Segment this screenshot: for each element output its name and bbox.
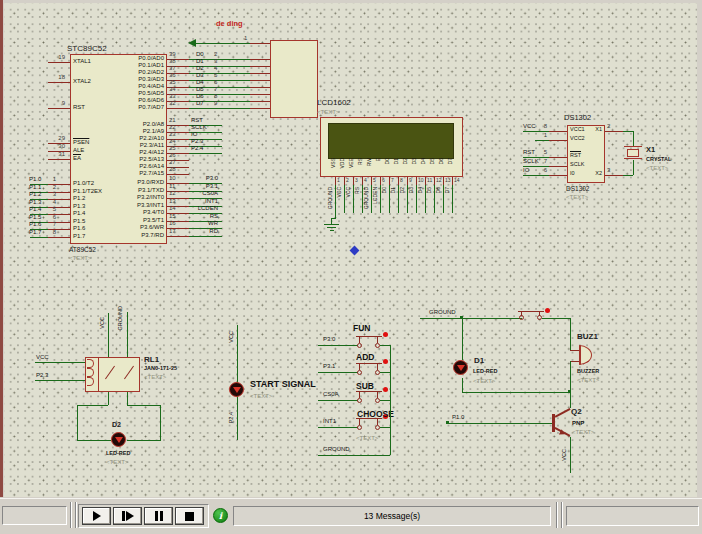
- net-wire[interactable]: [318, 455, 390, 456]
- info-icon[interactable]: i: [213, 508, 228, 523]
- net-wire[interactable]: [318, 345, 358, 346]
- crystal-plate[interactable]: [624, 158, 642, 159]
- lcd-pin-stub[interactable]: [416, 177, 417, 185]
- lcd-pin-stub[interactable]: [434, 177, 435, 185]
- net-wire[interactable]: [127, 392, 128, 405]
- net-wire[interactable]: [35, 362, 85, 363]
- net-wire[interactable]: [380, 400, 390, 401]
- lcd-pin-stub[interactable]: [380, 177, 381, 185]
- ds1302-pin-stub[interactable]: [549, 175, 567, 176]
- connector-pin-stub[interactable]: [250, 101, 270, 102]
- buzzer-pin-stub[interactable]: [570, 350, 579, 351]
- net-wire[interactable]: [35, 380, 85, 381]
- mcu-pin-stub[interactable]: [48, 108, 70, 109]
- net-wire[interactable]: [77, 405, 108, 406]
- connector-pin-stub[interactable]: [250, 66, 270, 67]
- net-wire[interactable]: [30, 237, 48, 238]
- led-start-signal[interactable]: [229, 382, 244, 397]
- net-wire[interactable]: [318, 427, 358, 428]
- ds1302-pin-stub[interactable]: [605, 175, 623, 176]
- net-wire[interactable]: [570, 361, 571, 408]
- connector-body[interactable]: [270, 40, 318, 118]
- net-wire[interactable]: [196, 43, 250, 44]
- lcd-pin-stub[interactable]: [371, 177, 372, 185]
- net-wire[interactable]: [633, 131, 634, 147]
- net-wire[interactable]: [623, 131, 633, 132]
- lcd-pin-stub[interactable]: [344, 177, 345, 185]
- net-wire[interactable]: [452, 185, 453, 213]
- net-wire[interactable]: [623, 175, 633, 176]
- net-wire[interactable]: [77, 440, 111, 441]
- ground-symbol[interactable]: [324, 224, 339, 225]
- ground-symbol[interactable]: [327, 227, 336, 228]
- button-terminal[interactable]: [357, 370, 362, 375]
- connector-pin-stub[interactable]: [250, 43, 270, 44]
- message-panel[interactable]: 13 Message(s): [233, 506, 551, 526]
- net-wire[interactable]: [127, 405, 160, 406]
- net-wire[interactable]: [380, 345, 390, 346]
- led-d2[interactable]: [111, 432, 126, 447]
- mcu-pin-stub[interactable]: [167, 108, 189, 109]
- lcd-pin-stub[interactable]: [362, 177, 363, 185]
- button-bar[interactable]: [356, 336, 382, 337]
- net-wire[interactable]: [108, 313, 109, 357]
- button-post[interactable]: [359, 336, 360, 343]
- net-wire[interactable]: [462, 318, 463, 360]
- mcu-pin-stub[interactable]: [167, 236, 189, 237]
- mcu-pin-stub[interactable]: [48, 159, 70, 160]
- lcd-screen[interactable]: [328, 123, 454, 159]
- lcd-pin-stub[interactable]: [398, 177, 399, 185]
- net-wire[interactable]: [390, 345, 391, 455]
- net-wire[interactable]: [420, 318, 522, 319]
- button-terminal[interactable]: [357, 398, 362, 403]
- button-post[interactable]: [359, 363, 360, 370]
- lcd-pin-stub[interactable]: [335, 177, 336, 185]
- button-terminal[interactable]: [357, 425, 362, 430]
- net-wire[interactable]: [189, 108, 250, 109]
- net-wire[interactable]: [448, 423, 553, 424]
- connector-pin-stub[interactable]: [250, 87, 270, 88]
- ground-symbol[interactable]: [330, 230, 334, 231]
- crystal-body[interactable]: [627, 149, 639, 157]
- button-post[interactable]: [377, 418, 378, 425]
- button-actuator[interactable]: [383, 332, 388, 337]
- connector-pin-stub[interactable]: [250, 59, 270, 60]
- buzzer-pin-stub[interactable]: [570, 361, 579, 362]
- net-wire[interactable]: [160, 405, 161, 441]
- ds1302-pin-stub[interactable]: [549, 140, 567, 141]
- net-wire[interactable]: [542, 318, 570, 319]
- button-post[interactable]: [377, 363, 378, 370]
- net-wire[interactable]: [535, 140, 549, 141]
- lcd-pin-stub[interactable]: [407, 177, 408, 185]
- mcu-pin-stub[interactable]: [48, 82, 70, 83]
- net-wire[interactable]: [127, 312, 128, 357]
- button-post[interactable]: [359, 418, 360, 425]
- button-post[interactable]: [377, 336, 378, 343]
- button-actuator[interactable]: [383, 387, 388, 392]
- connector-pin-stub[interactable]: [250, 80, 270, 81]
- play-button[interactable]: [82, 507, 111, 525]
- relay-divider[interactable]: [98, 358, 99, 391]
- connector-pin-stub[interactable]: [250, 108, 270, 109]
- net-wire[interactable]: [189, 236, 222, 237]
- buzzer-body[interactable]: [579, 345, 592, 365]
- lcd-pin-stub[interactable]: [353, 177, 354, 185]
- net-wire[interactable]: [127, 440, 160, 441]
- net-wire[interactable]: [462, 378, 463, 392]
- lcd-pin-stub[interactable]: [389, 177, 390, 185]
- net-wire[interactable]: [570, 318, 571, 350]
- net-wire[interactable]: [318, 372, 358, 373]
- crystal-plate[interactable]: [624, 146, 642, 147]
- net-wire[interactable]: [380, 427, 390, 428]
- led-d1[interactable]: [453, 360, 468, 375]
- button-terminal[interactable]: [357, 343, 362, 348]
- lcd-pin-stub[interactable]: [452, 177, 453, 185]
- button-post[interactable]: [359, 391, 360, 398]
- ds1302-pin-stub[interactable]: [549, 157, 567, 158]
- lcd-pin-stub[interactable]: [443, 177, 444, 185]
- button-post[interactable]: [377, 391, 378, 398]
- net-wire[interactable]: [108, 392, 109, 405]
- connector-pin-stub[interactable]: [250, 94, 270, 95]
- ds1302-pin-stub[interactable]: [605, 131, 623, 132]
- button-actuator[interactable]: [383, 359, 388, 364]
